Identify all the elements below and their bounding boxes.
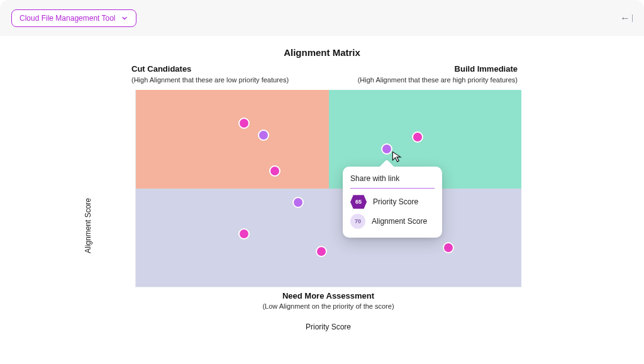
app-frame: Cloud File Management Tool ← Alignment M… (0, 0, 644, 364)
tooltip-row-priority: 65Priority Score (350, 195, 435, 209)
y-axis-label: Alignment Score (84, 198, 92, 253)
tooltip-title: Share with link (350, 174, 435, 189)
project-dropdown-label: Cloud File Management Tool (19, 14, 116, 23)
data-point[interactable] (316, 246, 327, 257)
tooltip-priority-label: Priority Score (373, 197, 418, 206)
data-point[interactable] (258, 130, 269, 141)
quadrant-subtitle-build-immediate: (High Alignment that these are high prio… (358, 76, 518, 84)
data-point[interactable] (292, 197, 304, 208)
priority-badge-icon: 65 (350, 195, 367, 209)
quadrant-title-need-more: Need More Assessment (135, 291, 521, 301)
quadrant-bg-top-left (136, 90, 329, 189)
quadrant-label-top-left: Cut Candidates (High Alignment that thes… (131, 64, 289, 84)
quadrant-top-labels: Cut Candidates (High Alignment that thes… (131, 64, 518, 84)
project-dropdown[interactable]: Cloud File Management Tool (11, 9, 136, 27)
quadrant-title-cut-candidates: Cut Candidates (131, 64, 289, 74)
chart-area: Alignment Score Share with link65Priorit… (0, 90, 644, 360)
header-bar: Cloud File Management Tool ← (0, 0, 644, 36)
arrow-left-icon: ← (620, 13, 630, 23)
chart-title: Alignment Matrix (0, 47, 644, 58)
chevron-down-icon (121, 14, 128, 22)
x-axis-label: Priority Score (135, 323, 521, 331)
data-point[interactable] (238, 228, 250, 240)
collapse-back-button[interactable]: ← (620, 13, 633, 23)
data-point[interactable] (381, 143, 392, 155)
alignment-badge-icon: 70 (350, 214, 365, 229)
tooltip-row-alignment: 70Alignment Score (350, 214, 435, 229)
quadrant-subtitle-need-more: (Low Alignment on the priority of the sc… (135, 302, 521, 310)
data-point[interactable] (269, 165, 280, 177)
quadrant-label-bottom: Need More Assessment (Low Alignment on t… (135, 291, 521, 310)
divider-bar-icon (632, 14, 633, 22)
data-point-tooltip: Share with link65Priority Score70Alignme… (343, 167, 442, 238)
quadrant-subtitle-cut-candidates: (High Alignment that these are low prior… (131, 76, 289, 84)
data-point[interactable] (412, 131, 423, 143)
data-point[interactable] (238, 118, 250, 129)
tooltip-alignment-label: Alignment Score (372, 217, 427, 226)
quadrant-label-top-right: Build Immediate (High Alignment that the… (358, 64, 518, 84)
data-point[interactable] (443, 242, 454, 253)
quadrant-title-build-immediate: Build Immediate (358, 64, 518, 74)
scatter-plot[interactable]: Share with link65Priority Score70Alignme… (135, 90, 521, 287)
